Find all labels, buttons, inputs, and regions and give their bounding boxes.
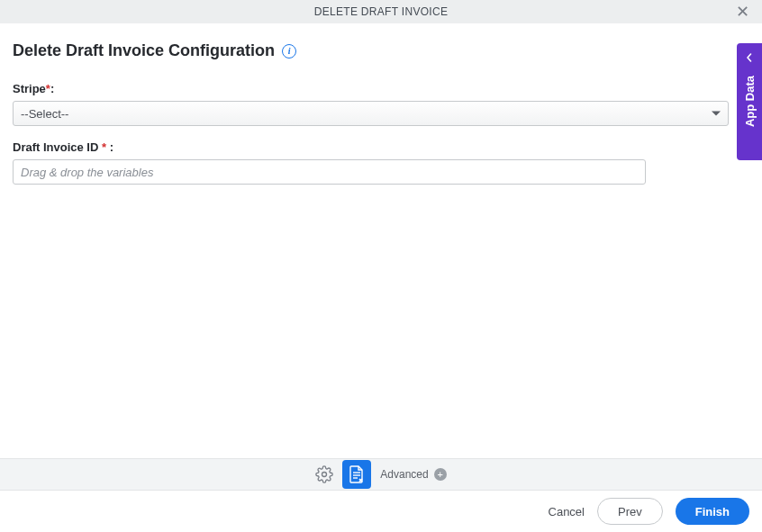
- stripe-field: Stripe*: --Select-- +: [13, 82, 749, 126]
- required-asterisk: *: [102, 140, 106, 154]
- app-data-tab[interactable]: App Data: [737, 43, 762, 160]
- prev-button[interactable]: Prev: [597, 498, 663, 525]
- svg-point-0: [322, 473, 327, 477]
- advanced-label: Advanced: [380, 468, 428, 481]
- finish-button[interactable]: Finish: [676, 498, 749, 525]
- stripe-select-value: --Select--: [21, 107, 68, 121]
- cancel-button[interactable]: Cancel: [549, 505, 585, 518]
- stripe-select-wrapper: --Select-- +: [13, 101, 749, 126]
- bottom-toolbar: Advanced +: [0, 458, 762, 491]
- chevron-down-icon: [712, 112, 721, 116]
- close-icon[interactable]: ✕: [736, 4, 749, 20]
- draft-invoice-id-label: Draft Invoice ID * :: [13, 140, 749, 154]
- chevron-left-icon: [745, 50, 754, 65]
- info-icon[interactable]: i: [282, 44, 296, 59]
- main-content: Delete Draft Invoice Configuration i Str…: [0, 23, 762, 185]
- plus-circle-icon: +: [434, 468, 447, 481]
- draft-invoice-id-input[interactable]: [13, 159, 646, 185]
- required-asterisk: *: [46, 82, 50, 95]
- advanced-button[interactable]: Advanced +: [380, 468, 446, 481]
- gear-icon[interactable]: [315, 465, 333, 483]
- stripe-select[interactable]: --Select--: [13, 101, 729, 126]
- app-data-label: App Data: [743, 76, 757, 127]
- page-title: Delete Draft Invoice Configuration: [13, 41, 275, 60]
- draft-invoice-id-field: Draft Invoice ID * :: [13, 140, 749, 185]
- footer: Cancel Prev Finish: [0, 491, 762, 532]
- stripe-label: Stripe*:: [13, 82, 749, 95]
- dialog-header: DELETE DRAFT INVOICE ✕: [0, 0, 762, 23]
- document-icon[interactable]: [342, 460, 371, 489]
- page-title-row: Delete Draft Invoice Configuration i: [13, 41, 749, 60]
- dialog-title: DELETE DRAFT INVOICE: [314, 5, 448, 18]
